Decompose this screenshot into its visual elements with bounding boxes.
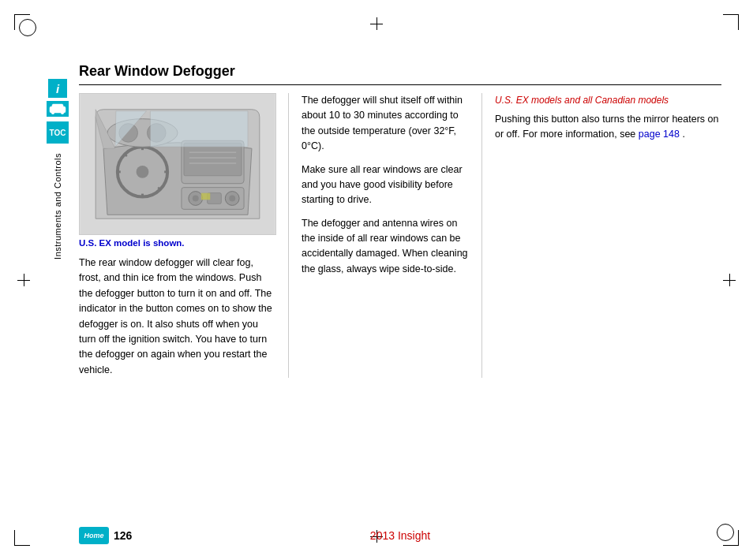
mid-para-1: The defogger will shut itself off within… <box>302 93 469 155</box>
right-italic-heading: U.S. EX models and all Canadian models <box>495 93 721 107</box>
page-header: Rear Window Defogger <box>79 63 721 85</box>
crosshair-left <box>17 274 30 286</box>
main-content: Rear Window Defogger <box>79 63 721 513</box>
right-text-before: Pushing this button also turns the mirro… <box>495 114 718 140</box>
svg-rect-1 <box>52 104 63 110</box>
home-button[interactable]: Home <box>79 527 109 544</box>
corner-mark-tr <box>723 14 739 30</box>
right-column-text: Pushing this button also turns the mirro… <box>495 112 721 143</box>
crosshair-top <box>370 17 383 30</box>
car-dashboard-image <box>79 93 276 235</box>
page-title: Rear Window Defogger <box>79 63 721 80</box>
sidebar-section-label: Instruments and Controls <box>53 153 62 259</box>
image-caption: U.S. EX model is shown. <box>79 238 275 248</box>
left-sidebar: i TOC Instruments and Controls <box>46 79 69 259</box>
content-area: U.S. EX model is shown. The rear window … <box>79 93 721 378</box>
left-column: U.S. EX model is shown. The rear window … <box>79 93 288 378</box>
svg-point-2 <box>51 111 54 114</box>
middle-column: The defogger will shut itself off within… <box>288 93 481 378</box>
svg-rect-14 <box>184 143 242 176</box>
svg-point-6 <box>137 166 149 178</box>
page-link[interactable]: page 148 <box>639 129 680 140</box>
svg-point-22 <box>229 196 235 202</box>
bottom-bar: Home 126 2013 Insight <box>79 527 721 544</box>
footer-center-text: 2013 Insight <box>370 529 430 542</box>
svg-point-3 <box>61 111 64 114</box>
svg-rect-27 <box>201 193 211 200</box>
mid-para-3: The defogger and antenna wires on the in… <box>302 216 469 278</box>
svg-point-20 <box>193 196 199 202</box>
info-icon[interactable]: i <box>48 79 67 98</box>
right-text-after: . <box>680 129 685 140</box>
toc-button[interactable]: TOC <box>47 121 69 144</box>
mid-para-2: Make sure all rear windows are clear and… <box>302 162 469 208</box>
circle-mark-tl <box>19 19 36 36</box>
crosshair-right <box>723 274 736 286</box>
right-column: U.S. EX models and all Canadian models P… <box>481 93 721 378</box>
page-number: 126 <box>114 529 132 542</box>
corner-mark-bl <box>14 530 30 546</box>
car-icon[interactable] <box>47 101 69 117</box>
left-column-text: The rear window defogger will clear fog,… <box>79 256 275 378</box>
